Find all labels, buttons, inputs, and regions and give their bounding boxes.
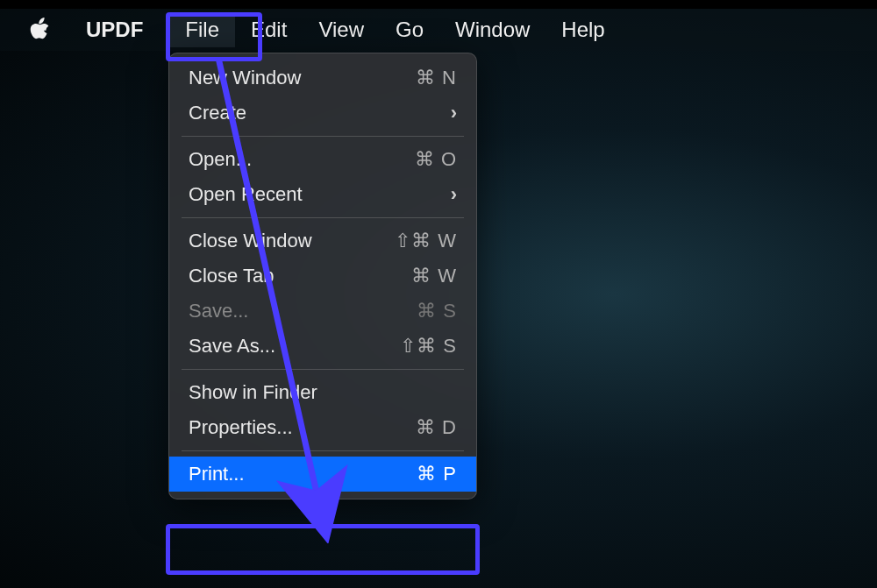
menubar: UPDF File Edit View Go Window Help — [0, 9, 877, 51]
menu-item-properties[interactable]: Properties... ⌘ D — [169, 410, 476, 445]
menu-item-new-window[interactable]: New Window ⌘ N — [169, 60, 476, 96]
chevron-right-icon: › — [451, 102, 457, 124]
window-top-strip — [0, 0, 877, 9]
apple-icon — [28, 18, 51, 42]
menu-divider — [182, 217, 464, 218]
file-dropdown-menu: New Window ⌘ N Create › Open... ⌘ O Open… — [168, 53, 477, 499]
menu-item-shortcut: ⌘ P — [417, 463, 457, 485]
menu-item-label: Properties... — [189, 416, 416, 439]
menu-item-label: Show in Finder — [189, 381, 457, 404]
menu-item-label: Print... — [189, 463, 417, 485]
menu-item-create[interactable]: Create › — [169, 96, 476, 131]
menu-item-shortcut: ⌘ W — [411, 265, 457, 287]
menu-item-save: Save... ⌘ S — [169, 294, 476, 329]
menu-go[interactable]: Go — [380, 12, 439, 47]
menu-item-save-as[interactable]: Save As... ⇧⌘ S — [169, 329, 476, 364]
menu-item-open[interactable]: Open... ⌘ O — [169, 142, 476, 177]
menu-item-shortcut: ⌘ D — [416, 416, 457, 439]
menu-item-shortcut: ⌘ S — [417, 300, 457, 322]
menu-item-label: New Window — [189, 67, 416, 89]
annotation-highlight-print — [166, 524, 480, 575]
menu-item-label: Open Recent — [189, 183, 451, 206]
apple-logo-icon[interactable] — [26, 17, 53, 43]
menu-item-label: Close Window — [189, 230, 395, 252]
menu-item-shortcut: ⇧⌘ W — [395, 230, 457, 252]
menu-item-close-window[interactable]: Close Window ⇧⌘ W — [169, 223, 476, 259]
app-name[interactable]: UPDF — [86, 18, 143, 42]
menu-divider — [182, 136, 464, 137]
chevron-right-icon: › — [451, 183, 457, 206]
menu-file[interactable]: File — [169, 12, 235, 47]
menu-help[interactable]: Help — [545, 12, 620, 47]
menu-item-close-tab[interactable]: Close Tab ⌘ W — [169, 259, 476, 294]
menu-divider — [182, 450, 464, 451]
menu-item-label: Save... — [189, 300, 417, 322]
menu-edit[interactable]: Edit — [235, 12, 303, 47]
menu-item-label: Create — [189, 102, 451, 124]
menu-window[interactable]: Window — [439, 12, 545, 47]
menu-divider — [182, 369, 464, 370]
menu-item-shortcut: ⇧⌘ S — [400, 335, 457, 358]
menu-view[interactable]: View — [303, 12, 380, 47]
menu-item-print[interactable]: Print... ⌘ P — [169, 457, 476, 492]
menu-item-show-in-finder[interactable]: Show in Finder — [169, 375, 476, 410]
menu-item-shortcut: ⌘ O — [415, 148, 457, 171]
menu-item-label: Open... — [189, 148, 415, 171]
menu-item-open-recent[interactable]: Open Recent › — [169, 177, 476, 212]
menu-item-label: Save As... — [189, 335, 400, 358]
menu-item-label: Close Tab — [189, 265, 411, 287]
menu-item-shortcut: ⌘ N — [416, 67, 457, 89]
